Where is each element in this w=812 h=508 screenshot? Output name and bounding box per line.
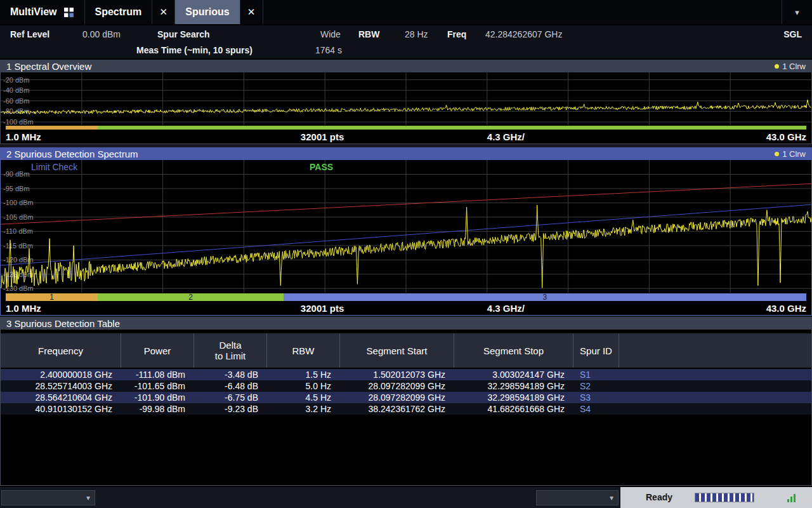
freq-value[interactable]: 42.284262607 GHz [485,29,562,39]
sgl-indicator: SGL [783,29,802,39]
segment-strip-overview [1,125,811,130]
table-cell: -101.90 dBm [121,392,194,403]
status-dropdown-left[interactable]: ▾ [1,490,95,505]
x-axis-points: 32001 pts [301,303,344,314]
table-cell: 2.400000018 GHz [1,369,121,380]
x-axis-points: 32001 pts [301,131,344,142]
x-axis-stop: 43.0 GHz [766,131,806,142]
tab-spectrum[interactable]: Spectrum [85,0,153,24]
x-axis-start: 1.0 MHz [6,131,41,142]
svg-text:-60 dBm: -60 dBm [3,97,30,105]
column-header-delta-to-limit: Delta to Limit [194,333,267,368]
window-2-titlebar[interactable]: 2 Spurious Detection Spectrum 1 Clrw [0,147,812,160]
table-cell: -3.48 dB [194,369,267,380]
table-cell: 28.525714003 GHz [1,380,121,392]
multiview-grid-icon [63,7,74,18]
column-header-segment-stop: Segment Stop [454,333,573,368]
table-cell: -9.23 dB [194,403,267,415]
meas-time-value[interactable]: 1764 s [315,45,342,55]
column-header-segment-start: Segment Start [340,333,454,368]
window-3-titlebar[interactable]: 3 Spurious Detection Table [0,317,812,330]
rbw-label: RBW [358,29,379,39]
table-cell: 5.0 Hz [267,380,340,392]
tab-bar-menu-button[interactable]: ▾ [782,0,812,24]
spurious-table: Frequency Power Delta to Limit RBW Segme… [0,330,812,486]
close-icon: ✕ [247,6,256,18]
trace-indicator: 1 Clrw [775,62,806,71]
table-cell: 3.003024147 GHz [454,369,573,380]
table-cell-filler [619,369,811,380]
ref-level-value[interactable]: 0.00 dBm [82,29,121,39]
table-cell: 28.564210604 GHz [1,392,121,403]
spur-search-value[interactable]: Wide [320,29,341,39]
status-panel: Ready [620,487,812,508]
ready-status-label: Ready [646,492,672,502]
tab-spurious-close-button[interactable]: ✕ [240,0,263,24]
close-icon: ✕ [160,6,168,18]
instrument-screen: MultiView Spectrum ✕ Spurious ✕ ▾ [0,0,812,508]
table-cell: 28.097282099 GHz [340,380,454,392]
chevron-down-icon: ▾ [610,493,613,502]
window-spurious-spectrum: 2 Spurious Detection Spectrum 1 Clrw -90… [0,147,812,316]
table-cell: -111.08 dBm [121,369,194,380]
svg-text:-105 dBm: -105 dBm [3,213,34,221]
tab-bar: MultiView Spectrum ✕ Spurious ✕ ▾ [0,0,812,25]
table-cell-filler [619,392,811,403]
segment-strip-spurious: 123 [1,293,811,302]
table-body: 2.400000018 GHz-111.08 dBm-3.48 dB1.5 Hz… [1,369,811,415]
table-cell-filler [619,380,811,392]
x-axis-stop: 43.0 GHz [766,303,806,314]
chevron-down-icon: ▾ [795,8,799,17]
measurement-toolbar: Ref Level 0.00 dBm Spur Search Wide RBW … [0,25,812,60]
segment-label: 1 [49,293,54,301]
table-row[interactable]: 2.400000018 GHz-111.08 dBm-3.48 dB1.5 Hz… [1,369,811,380]
column-header-power: Power [121,333,194,368]
svg-text:-20 dBm: -20 dBm [3,76,30,84]
spectral-overview-plot[interactable]: -20 dBm-40 dBm-60 dBm-80 dBm-100 dBm [1,72,811,125]
table-cell: 28.097282099 GHz [340,392,454,403]
column-header-spur-id: Spur ID [573,333,619,368]
spectral-overview-svg: -20 dBm-40 dBm-60 dBm-80 dBm-100 dBm [1,72,811,125]
table-cell: 3.2 Hz [267,403,340,415]
trace-label: 1 Clrw [782,62,806,71]
segment-strip-track [6,126,806,130]
window-1-body: -20 dBm-40 dBm-60 dBm-80 dBm-100 dBm 1.0… [0,72,812,144]
svg-text:-100 dBm: -100 dBm [3,118,34,125]
trace-color-dot [775,152,779,156]
tab-spurious[interactable]: Spurious [175,0,240,24]
table-cell: 32.298594189 GHz [454,380,573,392]
tab-multiview-label: MultiView [10,6,57,18]
limit-check-result: PASS [310,162,333,172]
column-header-rbw: RBW [267,333,340,368]
x-axis-row-spurious: 1.0 MHz 32001 pts 4.3 GHz/ 43.0 GHz [1,302,811,315]
status-dropdown-right[interactable]: ▾ [536,490,619,505]
trace-label: 1 Clrw [782,149,806,159]
table-cell: -6.75 dB [194,392,267,403]
svg-text:-115 dBm: -115 dBm [3,242,33,250]
table-row[interactable]: 40.910130152 GHz-99.98 dBm-9.23 dB3.2 Hz… [1,403,811,415]
status-bar: ▾ ▾ Ready [0,486,812,508]
table-cell: 41.682661668 GHz [454,403,573,415]
svg-text:-110 dBm: -110 dBm [3,227,33,235]
table-row[interactable]: 28.564210604 GHz-101.90 dBm-6.75 dB4.5 H… [1,392,811,403]
table-cell: S3 [573,392,619,403]
table-cell: -101.65 dBm [121,380,194,392]
segment-3: 3 [284,293,806,301]
svg-text:-40 dBm: -40 dBm [3,86,30,94]
tab-multiview[interactable]: MultiView [0,0,85,24]
progress-indicator [695,493,754,502]
spurious-spectrum-plot[interactable]: -90 dBm-95 dBm-100 dBm-105 dBm-110 dBm-1… [1,160,811,293]
table-cell: S2 [573,380,619,392]
window-1-titlebar[interactable]: 1 Spectral Overview 1 Clrw [0,60,812,72]
trace-color-dot [775,64,779,69]
tab-spectrum-close-button[interactable]: ✕ [152,0,175,24]
tab-bar-spacer [263,0,782,24]
rbw-value[interactable]: 28 Hz [405,29,428,39]
spur-search-label: Spur Search [157,29,209,39]
table-row[interactable]: 28.525714003 GHz-101.65 dBm-6.48 dB5.0 H… [1,380,811,392]
x-axis-scale: 4.3 GHz/ [487,131,525,142]
trace-indicator: 1 Clrw [775,149,806,159]
svg-text:-95 dBm: -95 dBm [3,185,30,192]
table-cell: -99.98 dBm [121,403,194,415]
table-cell: 38.242361762 GHz [340,403,454,415]
